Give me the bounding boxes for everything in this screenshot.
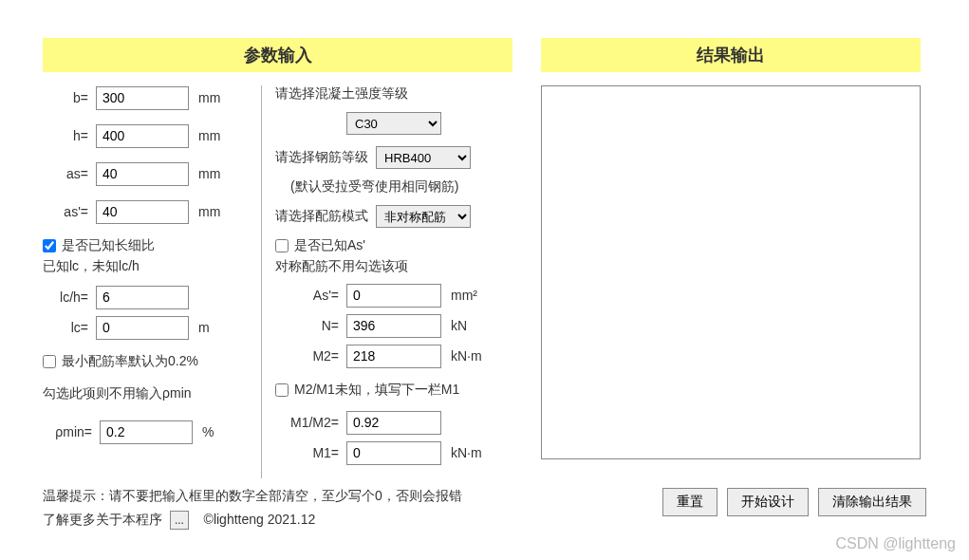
hint-area: 温馨提示：请不要把输入框里的数字全部清空，至少写个0，否则会报错 了解更多关于本… xyxy=(43,484,462,532)
lch-label: lc/h= xyxy=(43,289,96,305)
pmin-unit: % xyxy=(193,424,214,439)
M2-input[interactable] xyxy=(346,345,441,368)
output-panel: 结果输出 xyxy=(541,38,921,478)
input-col-left: b= mm h= mm as= mm as'= mm xyxy=(43,85,261,478)
M2-label: M2= xyxy=(275,348,346,364)
input-col-right: 请选择混凝土强度等级 C30 请选择钢筋等级 HRB400 (默认受拉受弯使用相… xyxy=(261,85,512,478)
lc-unit: m xyxy=(189,320,210,335)
hint-line2a: 了解更多关于本程序 xyxy=(43,512,162,527)
slender-checkbox[interactable] xyxy=(43,239,56,252)
hint-line1: 温馨提示：请不要把输入框里的数字全部清空，至少写个0，否则会报错 xyxy=(43,484,462,508)
N-input[interactable] xyxy=(346,314,441,338)
as-input[interactable] xyxy=(96,162,189,186)
min-ratio-checkbox[interactable] xyxy=(43,355,56,368)
about-button[interactable]: ... xyxy=(170,511,189,530)
pmin-input[interactable] xyxy=(100,420,193,444)
sym-note: 对称配筋不用勾选该项 xyxy=(275,258,512,275)
clear-button[interactable]: 清除输出结果 xyxy=(818,488,926,516)
asp-input[interactable] xyxy=(96,200,189,224)
concrete-label: 请选择混凝土强度等级 xyxy=(275,85,512,103)
h-unit: mm xyxy=(189,128,220,143)
M1-input[interactable] xyxy=(346,441,441,465)
mode-select[interactable]: 非对称配筋 xyxy=(376,205,471,228)
M1-unit: kN·m xyxy=(441,445,482,460)
rebar-note: (默认受拉受弯使用相同钢筋) xyxy=(275,178,512,196)
output-box xyxy=(541,85,921,459)
as-label: as= xyxy=(43,166,96,181)
slender-note: 已知lc，未知lc/h xyxy=(43,258,250,275)
min-ratio-check-label: 最小配筋率默认为0.2% xyxy=(62,353,198,370)
input-panel: 参数输入 b= mm h= mm as= mm xyxy=(43,38,512,478)
concrete-select[interactable]: C30 xyxy=(346,112,441,135)
rebar-select[interactable]: HRB400 xyxy=(376,146,471,169)
m2m1-checkbox[interactable] xyxy=(275,383,289,397)
N-unit: kN xyxy=(441,318,467,333)
M1M2-input[interactable] xyxy=(346,411,441,435)
copyright: ©lightteng 2021.12 xyxy=(204,512,316,527)
as-unit: mm xyxy=(189,166,220,181)
reset-button[interactable]: 重置 xyxy=(662,488,717,516)
asp-label: as'= xyxy=(43,204,96,219)
lc-label: lc= xyxy=(43,320,96,335)
Asp-input[interactable] xyxy=(346,284,441,308)
M1M2-label: M1/M2= xyxy=(275,415,346,430)
M1-label: M1= xyxy=(275,445,346,460)
button-group: 重置 开始设计 清除输出结果 xyxy=(662,488,926,516)
lc-input[interactable] xyxy=(96,316,189,340)
rebar-label: 请选择钢筋等级 xyxy=(275,149,368,166)
m2m1-label: M2/M1未知，填写下一栏M1 xyxy=(294,382,459,399)
h-input[interactable] xyxy=(96,124,189,148)
h-label: h= xyxy=(43,128,96,143)
lch-input[interactable] xyxy=(96,286,189,309)
min-ratio-note: 勾选此项则不用输入ρmin xyxy=(43,385,250,402)
Asp-unit: mm² xyxy=(441,288,477,303)
watermark: CSDN @lightteng xyxy=(835,535,956,552)
b-label: b= xyxy=(43,90,96,105)
asp-unit: mm xyxy=(189,204,220,219)
Asp-label: As'= xyxy=(275,288,346,303)
M2-unit: kN·m xyxy=(441,348,482,364)
input-header: 参数输入 xyxy=(43,38,512,72)
asp-known-checkbox[interactable] xyxy=(275,239,289,252)
N-label: N= xyxy=(275,318,346,333)
output-header: 结果输出 xyxy=(541,38,921,72)
b-input[interactable] xyxy=(96,86,189,110)
b-unit: mm xyxy=(189,90,220,105)
pmin-label: ρmin= xyxy=(43,424,100,439)
slender-check-label: 是否已知长细比 xyxy=(62,237,155,254)
mode-label: 请选择配筋模式 xyxy=(275,208,368,225)
start-button[interactable]: 开始设计 xyxy=(727,488,809,516)
asp-known-label: 是否已知As' xyxy=(294,237,365,254)
